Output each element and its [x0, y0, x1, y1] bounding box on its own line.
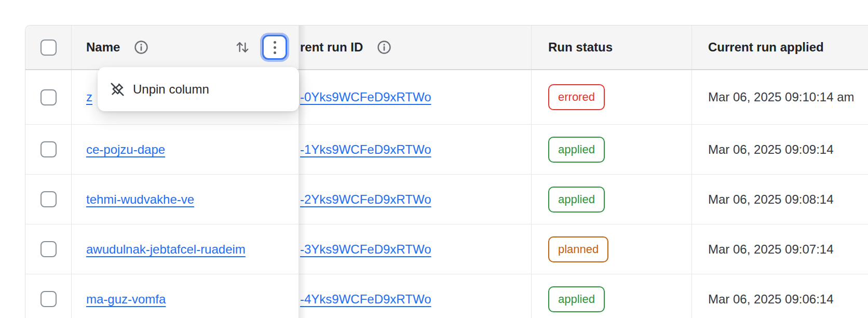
applied-timestamp: Mar 06, 2025 09:08:14 [708, 192, 834, 207]
table-row: tehmi-wudvakhe-ve-2Yks9WCFeD9xRTWoapplie… [25, 175, 868, 224]
current-run-id-column-label: rent run ID [300, 40, 363, 55]
kebab-menu-icon [274, 41, 276, 44]
row-applied-cell: Mar 06, 2025 09:06:14 [692, 274, 868, 318]
row-select-cell [25, 125, 72, 174]
run-id-link[interactable]: -3Yks9WCFeD9xRTWo [300, 242, 431, 257]
row-applied-cell: Mar 06, 2025 09:09:14 [692, 125, 868, 174]
row-name-cell: awudulnak-jebtafcel-ruadeim [72, 224, 299, 274]
select-all-checkbox[interactable] [40, 39, 57, 56]
header-current-run-applied-cell: Current run applied [692, 25, 868, 69]
table-header-row: Name [25, 25, 868, 70]
run-status-column-label: Run status [548, 40, 613, 55]
name-link[interactable]: tehmi-wudvakhe-ve [86, 192, 194, 207]
header-name-cell: Name [72, 25, 299, 69]
sort-icon[interactable] [234, 39, 251, 56]
row-status-cell: errored [532, 70, 692, 124]
header-select-cell [25, 25, 72, 69]
table-row: ma-guz-vomfa-4Yks9WCFeD9xRTWoappliedMar … [25, 274, 868, 318]
applied-timestamp: Mar 06, 2025 09:06:14 [708, 292, 834, 307]
column-menu-dropdown: Unpin column [98, 67, 299, 111]
row-name-cell: ma-guz-vomfa [72, 274, 299, 318]
run-id-link[interactable]: -0Yks9WCFeD9xRTWo [300, 90, 431, 104]
row-checkbox[interactable] [40, 291, 57, 307]
row-select-cell [25, 274, 72, 318]
run-id-link[interactable]: -1Yks9WCFeD9xRTWo [300, 142, 431, 157]
name-link[interactable]: ma-guz-vomfa [86, 292, 166, 307]
row-checkbox[interactable] [40, 89, 57, 105]
row-applied-cell: Mar 06, 2025 09:07:14 [692, 224, 868, 274]
row-status-cell: applied [532, 175, 692, 224]
row-run-id-cell: -1Yks9WCFeD9xRTWo [299, 125, 532, 174]
row-status-cell: applied [532, 125, 692, 174]
applied-timestamp: Mar 06, 2025 09:09:14 [708, 142, 834, 157]
name-link[interactable]: z [86, 90, 92, 104]
applied-timestamp: Mar 06, 2025 09:07:14 [708, 242, 834, 257]
row-run-id-cell: -4Yks9WCFeD9xRTWo [299, 274, 532, 318]
name-link[interactable]: awudulnak-jebtafcel-ruadeim [86, 242, 246, 257]
name-link[interactable]: ce-pojzu-dape [86, 142, 165, 157]
unpin-column-menu-item[interactable]: Unpin column [98, 67, 299, 111]
run-status-badge: planned [548, 236, 608, 262]
info-icon[interactable] [376, 39, 392, 55]
runs-table: Name [25, 25, 868, 318]
name-column-menu-button[interactable] [262, 35, 287, 60]
row-select-cell [25, 70, 72, 124]
table-row: ce-pojzu-dape-1Yks9WCFeD9xRTWoappliedMar… [25, 125, 868, 175]
run-status-badge: errored [548, 84, 605, 110]
run-status-badge: applied [548, 137, 605, 163]
header-run-id-cell: rent run ID [299, 25, 532, 69]
run-status-badge: applied [548, 286, 605, 312]
row-checkbox[interactable] [40, 141, 57, 157]
row-checkbox[interactable] [40, 241, 57, 257]
info-icon[interactable] [133, 39, 149, 55]
row-run-id-cell: -0Yks9WCFeD9xRTWo [299, 70, 532, 124]
header-run-status-cell: Run status [532, 25, 692, 69]
table-row: awudulnak-jebtafcel-ruadeim-3Yks9WCFeD9x… [25, 224, 868, 274]
row-status-cell: applied [532, 274, 692, 318]
row-select-cell [25, 175, 72, 224]
applied-timestamp: Mar 06, 2025 09:10:14 am [708, 90, 853, 104]
row-run-id-cell: -3Yks9WCFeD9xRTWo [299, 224, 532, 274]
row-applied-cell: Mar 06, 2025 09:10:14 am [692, 70, 868, 124]
run-status-badge: applied [548, 187, 605, 213]
row-name-cell: tehmi-wudvakhe-ve [72, 175, 299, 224]
unpin-column-label: Unpin column [133, 82, 209, 97]
pin-off-icon [110, 82, 125, 97]
current-run-applied-column-label: Current run applied [708, 40, 824, 55]
row-applied-cell: Mar 06, 2025 09:08:14 [692, 175, 868, 224]
run-id-link[interactable]: -4Yks9WCFeD9xRTWo [300, 292, 431, 307]
row-run-id-cell: -2Yks9WCFeD9xRTWo [299, 175, 532, 224]
row-checkbox[interactable] [40, 191, 57, 207]
run-id-link[interactable]: -2Yks9WCFeD9xRTWo [300, 192, 431, 207]
runs-table-viewport: Name [0, 0, 868, 318]
row-select-cell [25, 224, 72, 274]
row-name-cell: ce-pojzu-dape [72, 125, 299, 174]
row-status-cell: planned [532, 224, 692, 274]
name-column-label: Name [86, 40, 120, 55]
